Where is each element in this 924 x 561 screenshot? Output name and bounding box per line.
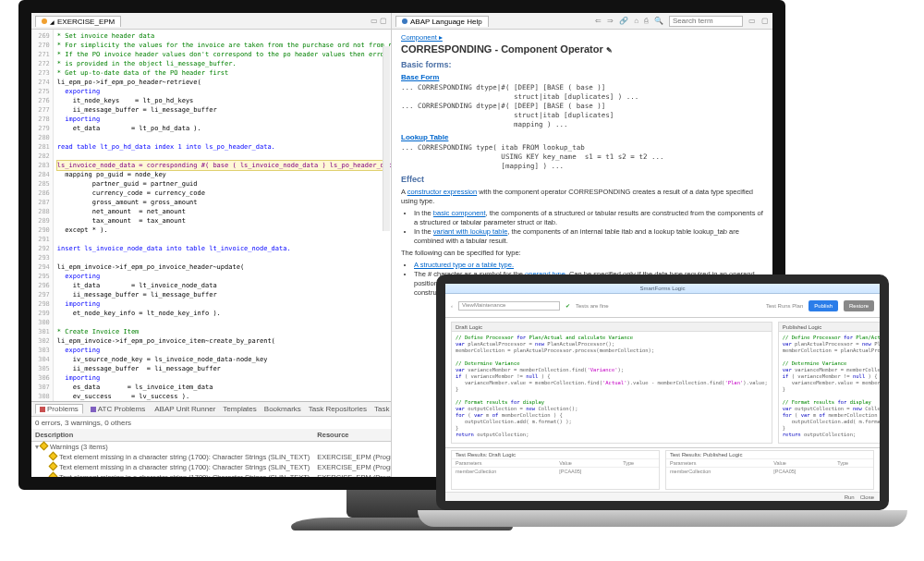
monitor-base <box>291 518 513 531</box>
effect-paragraph: A constructor expression with the compon… <box>401 188 763 206</box>
breadcrumb[interactable]: Component ▸ <box>401 33 763 42</box>
laptop-app: SmartForms Logic ‹ ViewMaintenance ✔ Tes… <box>445 284 880 501</box>
base-form-heading[interactable]: Base Form <box>401 73 763 81</box>
code-lines[interactable]: * Set invoice header data * For simplici… <box>54 30 391 401</box>
published-results: Test Results: Published Logic Parameters… <box>665 450 874 490</box>
lookup-syntax: ... CORRESPONDING type( itab FROM lookup… <box>401 143 763 171</box>
label-runplan: Test Runs Plan <box>766 303 803 309</box>
run-button[interactable]: Run <box>845 494 855 500</box>
editor-pane: ◢ EXERCISE_EPM ▭ ▢ 269 270 271 272 273 2… <box>31 13 392 490</box>
code-editor[interactable]: 269 270 271 272 273 274 275 276 277 278 … <box>31 30 391 401</box>
bottom-tab-atc-problems[interactable]: ATC Problems <box>91 405 145 413</box>
search-icon[interactable]: 🔍 <box>654 17 663 25</box>
restore-button[interactable]: Restore <box>844 300 874 311</box>
draft-panel: Draft Logic // Define Processor for Plan… <box>451 322 772 444</box>
max-icon[interactable]: ▢ <box>761 17 769 25</box>
bottom-tab-problems[interactable]: Problems <box>35 404 83 414</box>
published-code[interactable]: // Define Processor for Plan/Actual and … <box>779 332 889 443</box>
publish-button[interactable]: Publish <box>808 300 838 311</box>
minimap[interactable] <box>383 46 390 231</box>
following-para: The following can be specified for type: <box>401 249 763 258</box>
print-icon[interactable]: ⎙ <box>644 17 649 25</box>
lookup-heading[interactable]: Lookup Table <box>401 133 763 141</box>
bottom-tab-abap-unit-runner[interactable]: ABAP Unit Runner <box>152 405 215 413</box>
line-gutter: 269 270 271 272 273 274 275 276 277 278 … <box>31 30 54 401</box>
draft-head: Draft Logic <box>452 323 772 332</box>
bottom-tab-bookmarks[interactable]: Bookmarks <box>264 405 301 413</box>
bottom-tab-task-repositories[interactable]: Task Repositories <box>309 405 367 413</box>
help-icon <box>402 18 407 24</box>
nav-fwd-icon[interactable]: ⇒ <box>607 17 614 25</box>
back-icon[interactable]: ‹ <box>451 303 453 309</box>
laptop-titlebar: SmartForms Logic <box>445 284 880 294</box>
help-tab-label: ABAP Language Help <box>410 18 482 26</box>
laptop-statusbar: Run Close <box>445 492 880 501</box>
laptop-toolbar: ‹ ViewMaintenance ✔ Tests are fine Test … <box>445 294 880 318</box>
help-title: CORRESPONDING - Component Operator <box>401 43 603 55</box>
home-icon[interactable]: ⌂ <box>634 17 638 25</box>
problem-row[interactable]: Text element missing in a character stri… <box>31 472 391 482</box>
draft-results: Test Results: Draft Logic ParametersValu… <box>451 450 660 490</box>
type-bullet-1: A structured type or a table type. <box>414 261 763 270</box>
forms-heading: Basic forms: <box>401 60 763 69</box>
bottom-tab-task-list[interactable]: Task List <box>374 405 391 413</box>
link-icon[interactable]: 🔗 <box>619 17 628 25</box>
problems-table[interactable]: DescriptionResourceLoc ▾Warnings (3 item… <box>31 429 391 490</box>
problems-summary: 0 errors, 3 warnings, 0 others <box>31 417 391 429</box>
laptop-main: Draft Logic // Define Processor for Plan… <box>445 318 880 447</box>
effect-bullet-2: In the variant with lookup table, the co… <box>414 227 763 246</box>
draft-code[interactable]: // Define Processor for Plan/Actual and … <box>452 332 772 443</box>
effect-heading: Effect <box>401 175 763 184</box>
editor-pane-controls[interactable]: ▭ ▢ <box>371 17 387 25</box>
bottom-tabs: Problems ATC Problems ABAP Unit RunnerTe… <box>31 402 391 417</box>
editor-tab-label: EXERCISE_EPM <box>57 18 115 26</box>
nav-back-icon[interactable]: ⇐ <box>595 17 602 25</box>
problem-row[interactable]: Text element missing in a character stri… <box>31 452 391 462</box>
label-testrun: Tests are fine <box>576 303 609 309</box>
laptop-results: Test Results: Draft Logic ParametersValu… <box>445 447 880 492</box>
help-tab[interactable]: ABAP Language Help <box>395 16 489 27</box>
laptop-title: SmartForms Logic <box>639 286 685 291</box>
published-head: Published Logic <box>779 323 889 332</box>
effect-bullet-1: In the basic component, the components o… <box>414 209 763 227</box>
editor-tabbar: ◢ EXERCISE_EPM ▭ ▢ <box>31 13 391 30</box>
base-form-syntax: ... CORRESPONDING dtype|#( [DEEP] [BASE … <box>401 83 763 129</box>
help-search-input[interactable] <box>669 16 743 27</box>
draft-results-head: Test Results: Draft Logic <box>452 451 659 459</box>
problems-view: Problems ATC Problems ABAP Unit RunnerTe… <box>31 401 391 490</box>
min-icon[interactable]: ▭ <box>748 17 756 25</box>
published-results-head: Test Results: Published Logic <box>666 451 873 459</box>
laptop-screen: SmartForms Logic ‹ ViewMaintenance ✔ Tes… <box>436 274 889 510</box>
close-button[interactable]: Close <box>860 494 874 500</box>
bottom-tab-templates[interactable]: Templates <box>223 405 256 413</box>
published-panel: Published Logic // Define Processor for … <box>778 322 889 444</box>
constructor-link[interactable]: constructor expression <box>407 188 477 196</box>
problem-row[interactable]: Text element missing in a character stri… <box>31 462 391 472</box>
check-icon: ✔ <box>565 302 570 309</box>
program-icon <box>42 18 47 24</box>
editor-tab[interactable]: ◢ EXERCISE_EPM <box>35 16 121 27</box>
help-tabbar: ABAP Language Help ⇐ ⇒ 🔗 ⌂ ⎙ 🔍 ▭ ▢ <box>392 13 772 30</box>
view-field[interactable]: ViewMaintenance <box>458 301 560 311</box>
edit-icon[interactable] <box>606 43 613 55</box>
